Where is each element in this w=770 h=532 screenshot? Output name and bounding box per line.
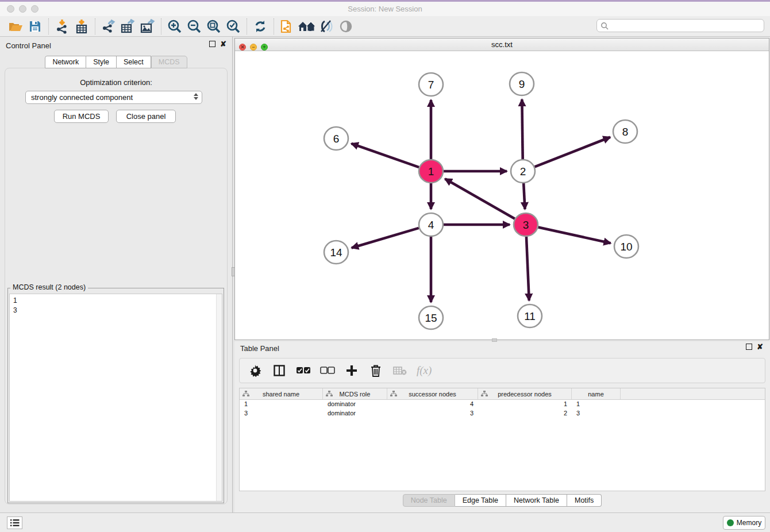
optimization-criterion-select[interactable]: strongly connected component	[25, 91, 202, 104]
home-button[interactable]	[297, 18, 317, 35]
search-field[interactable]	[596, 19, 764, 32]
table-row[interactable]: 1dominator411	[240, 400, 765, 409]
open-session-button[interactable]	[6, 18, 25, 35]
cell-shared-name[interactable]: 1	[240, 400, 323, 409]
refresh-icon	[253, 20, 267, 33]
import-table-button[interactable]	[72, 18, 91, 35]
cell-MCDS-role[interactable]: dominator	[323, 400, 387, 409]
network-from-file-button[interactable]	[278, 18, 297, 35]
graph-edge-3-1[interactable]	[445, 179, 514, 218]
search-input[interactable]	[609, 20, 764, 32]
graph-edge-3-10[interactable]	[538, 227, 610, 243]
cell-successor-nodes[interactable]: 3	[387, 409, 478, 418]
delete-row-button[interactable]	[368, 362, 383, 379]
tab-style[interactable]: Style	[86, 56, 117, 68]
cell-predecessor-nodes[interactable]: 1	[478, 400, 572, 409]
export-table-button[interactable]	[118, 18, 138, 35]
graph-node-1[interactable]: 1	[419, 160, 443, 183]
cell-name[interactable]: 1	[572, 400, 621, 409]
tab-mcds[interactable]: MCDS	[151, 56, 187, 68]
select-all-rows-button[interactable]	[296, 362, 311, 379]
zoom-in-button[interactable]	[165, 18, 184, 35]
graph-node-9[interactable]: 9	[510, 72, 534, 95]
close-panel-button[interactable]: Close panel	[116, 110, 176, 123]
column-header-predecessor-nodes[interactable]: predecessor nodes	[478, 388, 572, 399]
graph-node-6[interactable]: 6	[324, 127, 348, 150]
tab-node-table[interactable]: Node Table	[403, 494, 455, 507]
zoom-out-button[interactable]	[184, 18, 204, 35]
deselect-all-rows-button[interactable]	[320, 362, 335, 379]
graph-edge-2-8[interactable]	[535, 137, 610, 167]
float-panel-icon[interactable]	[209, 41, 215, 47]
tab-select[interactable]: Select	[117, 56, 151, 68]
close-panel-icon[interactable]: ✘	[220, 41, 226, 47]
node-table[interactable]: shared nameMCDS rolesuccessor nodesprede…	[239, 388, 765, 491]
checked-boxes-icon	[296, 367, 311, 375]
close-table-panel-icon[interactable]: ✘	[757, 344, 763, 350]
table-panel-title: Table Panel	[240, 344, 279, 353]
table-row[interactable]: 3dominator323	[240, 409, 765, 418]
tab-motifs[interactable]: Motifs	[567, 494, 602, 507]
graph-node-7[interactable]: 7	[419, 73, 443, 96]
export-network-button[interactable]	[99, 18, 118, 35]
mcds-result-fieldset: MCDS result (2 nodes) 1 3	[7, 288, 224, 503]
svg-text:10: 10	[620, 241, 632, 253]
mcds-result-title: MCDS result (2 nodes)	[10, 283, 88, 291]
result-scrollbar[interactable]	[216, 294, 222, 501]
refresh-view-button[interactable]	[251, 18, 270, 35]
graph-node-10[interactable]: 10	[614, 235, 638, 258]
cell-MCDS-role[interactable]: dominator	[323, 409, 387, 418]
memory-label: Memory	[737, 519, 761, 527]
import-network-button[interactable]	[52, 18, 72, 35]
graph-node-14[interactable]: 14	[324, 241, 348, 264]
float-table-panel-icon[interactable]	[746, 344, 752, 350]
tab-network[interactable]: Network	[45, 56, 86, 68]
save-session-button[interactable]	[25, 18, 45, 35]
tab-edge-table[interactable]: Edge Table	[455, 494, 506, 507]
graph-node-11[interactable]: 11	[518, 304, 542, 327]
add-row-button[interactable]	[344, 362, 359, 379]
cell-shared-name[interactable]: 3	[240, 409, 323, 418]
table-toolbar: f(x)	[239, 358, 765, 383]
cell-successor-nodes[interactable]: 4	[387, 400, 478, 409]
tab-network-table[interactable]: Network Table	[506, 494, 567, 507]
show-columns-button[interactable]	[272, 362, 287, 379]
export-image-icon	[140, 19, 156, 34]
delete-table-button	[392, 362, 407, 379]
save-icon	[29, 20, 41, 33]
mcds-result-values: 1 3	[10, 294, 222, 317]
graph-node-4[interactable]: 4	[419, 213, 443, 236]
column-header-shared-name[interactable]: shared name	[240, 388, 323, 399]
toolbar-separator	[274, 18, 274, 34]
column-header-successor-nodes[interactable]: successor nodes	[387, 388, 478, 399]
cell-name[interactable]: 3	[572, 409, 621, 418]
zoom-selected-button[interactable]	[224, 18, 243, 35]
mcds-result-area[interactable]: 1 3	[9, 294, 222, 502]
column-header-name[interactable]: name	[572, 388, 621, 399]
memory-button[interactable]: Memory	[723, 516, 765, 530]
graph-node-3[interactable]: 3	[514, 213, 538, 236]
apply-function-button: f(x)	[417, 362, 432, 379]
graph-edge-4-14[interactable]	[352, 228, 419, 248]
table-panel: Table Panel ✘	[234, 342, 770, 512]
import-table-icon	[75, 19, 88, 34]
zoom-fit-button[interactable]	[204, 18, 224, 35]
hide-graphics-details-button[interactable]	[317, 18, 336, 35]
column-type-icon	[481, 391, 488, 397]
graph-edge-1-6[interactable]	[351, 144, 419, 167]
table-settings-button[interactable]	[248, 362, 263, 379]
network-canvas[interactable]: 7968124314101511	[235, 51, 769, 340]
run-mcds-button[interactable]: Run MCDS	[54, 110, 109, 123]
zoom-out-icon	[187, 19, 202, 34]
graph-edge-2-3[interactable]	[523, 183, 525, 209]
column-header-MCDS-role[interactable]: MCDS role	[323, 388, 387, 399]
graph-edge-3-11[interactable]	[526, 237, 529, 300]
show-graphics-details-button[interactable]	[336, 18, 356, 35]
cell-predecessor-nodes[interactable]: 2	[478, 409, 572, 418]
graph-edge-2-9[interactable]	[522, 99, 522, 159]
export-image-button[interactable]	[138, 18, 157, 35]
task-history-button[interactable]	[7, 516, 22, 529]
graph-node-8[interactable]: 8	[613, 120, 637, 143]
graph-node-2[interactable]: 2	[511, 160, 535, 183]
graph-node-15[interactable]: 15	[419, 306, 443, 329]
